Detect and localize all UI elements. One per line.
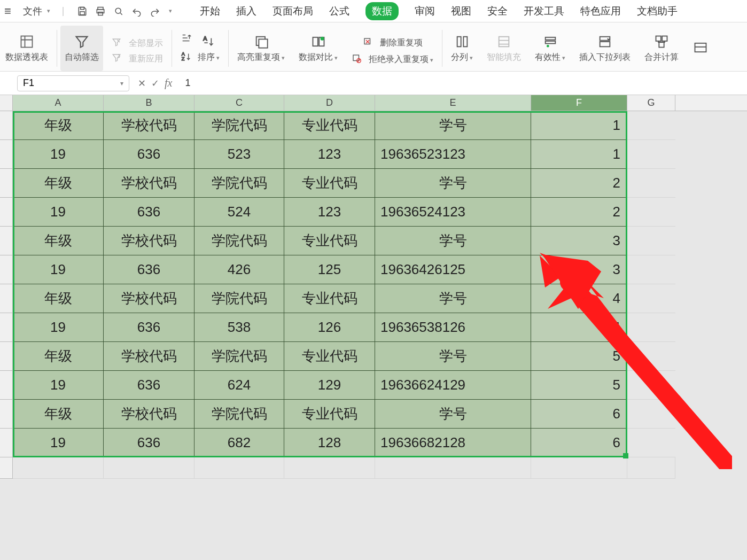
cell[interactable]: 19 bbox=[13, 198, 104, 227]
cell[interactable]: 682 bbox=[194, 429, 284, 457]
cell[interactable]: 年级 bbox=[13, 284, 104, 313]
menu-features[interactable]: 特色应用 bbox=[580, 4, 621, 18]
cell[interactable]: 年级 bbox=[13, 227, 104, 255]
col-head-D[interactable]: D bbox=[284, 95, 375, 111]
cell[interactable]: 1 bbox=[531, 111, 627, 140]
cell[interactable] bbox=[104, 457, 194, 479]
cell[interactable]: 19636538126 bbox=[375, 313, 531, 342]
sort-asc-icon[interactable] bbox=[181, 32, 192, 46]
cell[interactable]: 19 bbox=[13, 313, 104, 342]
cell[interactable]: 3 bbox=[531, 227, 627, 255]
cell[interactable]: 19636524123 bbox=[375, 198, 531, 227]
cell[interactable]: 129 bbox=[284, 371, 375, 400]
cell[interactable] bbox=[284, 457, 375, 479]
cell[interactable] bbox=[627, 227, 675, 255]
cell[interactable]: 538 bbox=[194, 313, 284, 342]
cancel-icon[interactable]: ✕ bbox=[138, 77, 146, 89]
cell[interactable]: 学校代码 bbox=[104, 342, 194, 371]
qat-more-icon[interactable]: ▾ bbox=[169, 7, 172, 14]
cell[interactable]: 学校代码 bbox=[104, 400, 194, 429]
dropdown-button[interactable]: 插入下拉列表 bbox=[574, 26, 636, 71]
cell[interactable]: 636 bbox=[104, 371, 194, 400]
pivot-button[interactable]: 数据透视表 bbox=[0, 26, 53, 71]
menu-formula[interactable]: 公式 bbox=[329, 4, 349, 18]
formula-input[interactable]: 1 bbox=[181, 77, 747, 89]
cell[interactable]: 学号 bbox=[375, 111, 531, 140]
cell[interactable]: 126 bbox=[284, 313, 375, 342]
cell[interactable]: 123 bbox=[284, 198, 375, 227]
row-head[interactable] bbox=[0, 140, 13, 169]
cell[interactable]: 19 bbox=[13, 140, 104, 169]
cell[interactable]: 19636523123 bbox=[375, 140, 531, 169]
cell[interactable]: 年级 bbox=[13, 342, 104, 371]
col-head-E[interactable]: E bbox=[375, 95, 531, 111]
menu-home[interactable]: 开始 bbox=[200, 4, 220, 18]
cell[interactable]: 636 bbox=[104, 429, 194, 457]
row-head[interactable] bbox=[0, 400, 13, 429]
cell[interactable] bbox=[627, 111, 675, 140]
cell[interactable] bbox=[375, 457, 531, 479]
cell[interactable]: 6 bbox=[531, 429, 627, 457]
cell[interactable]: 636 bbox=[104, 140, 194, 169]
reject-dup-button[interactable]: 拒绝录入重复项▾ bbox=[352, 53, 433, 66]
cell[interactable]: 专业代码 bbox=[284, 342, 375, 371]
cell[interactable] bbox=[627, 198, 675, 227]
cell[interactable]: 年级 bbox=[13, 111, 104, 140]
col-head-F[interactable]: F bbox=[531, 95, 627, 111]
cell[interactable] bbox=[627, 429, 675, 457]
row-head[interactable] bbox=[0, 342, 13, 371]
menu-layout[interactable]: 页面布局 bbox=[273, 4, 313, 18]
menu-icon[interactable]: ≡ bbox=[4, 4, 11, 18]
cell[interactable]: 5 bbox=[531, 342, 627, 371]
menu-dev[interactable]: 开发工具 bbox=[524, 4, 564, 18]
row-head[interactable] bbox=[0, 371, 13, 400]
cell[interactable]: 19636682128 bbox=[375, 429, 531, 457]
name-box[interactable]: F1 ▾ bbox=[17, 75, 129, 91]
cell[interactable]: 426 bbox=[194, 255, 284, 284]
cell[interactable]: 2 bbox=[531, 169, 627, 198]
cell[interactable]: 学院代码 bbox=[194, 400, 284, 429]
undo-icon[interactable] bbox=[131, 5, 143, 17]
row-head[interactable] bbox=[0, 169, 13, 198]
cell[interactable] bbox=[627, 313, 675, 342]
sort-button[interactable]: A 排序▾ bbox=[198, 34, 220, 63]
cell[interactable]: 125 bbox=[284, 255, 375, 284]
cell[interactable] bbox=[627, 284, 675, 313]
cell[interactable]: 636 bbox=[104, 255, 194, 284]
cell[interactable]: 学号 bbox=[375, 169, 531, 198]
menu-view[interactable]: 视图 bbox=[451, 4, 471, 18]
cell[interactable]: 1 bbox=[531, 140, 627, 169]
cell[interactable]: 年级 bbox=[13, 400, 104, 429]
cell[interactable]: 19636624129 bbox=[375, 371, 531, 400]
cell[interactable] bbox=[627, 140, 675, 169]
cell[interactable]: 学号 bbox=[375, 400, 531, 429]
cell[interactable] bbox=[627, 169, 675, 198]
split-button[interactable]: 分列▾ bbox=[446, 26, 478, 71]
cell[interactable]: 学院代码 bbox=[194, 342, 284, 371]
cell[interactable]: 3 bbox=[531, 255, 627, 284]
autofilter-button[interactable]: 自动筛选 bbox=[60, 26, 103, 71]
cell[interactable] bbox=[627, 400, 675, 429]
col-head-B[interactable]: B bbox=[104, 95, 194, 111]
row-head[interactable] bbox=[0, 429, 13, 457]
highlight-dup-button[interactable]: 高亮重复项▾ bbox=[232, 26, 290, 71]
cell[interactable] bbox=[627, 342, 675, 371]
cell[interactable]: 123 bbox=[284, 140, 375, 169]
cell[interactable]: 学号 bbox=[375, 342, 531, 371]
row-head[interactable] bbox=[0, 111, 13, 140]
menu-security[interactable]: 安全 bbox=[487, 4, 508, 18]
cell[interactable]: 19 bbox=[13, 371, 104, 400]
cell[interactable]: 19 bbox=[13, 255, 104, 284]
redo-icon[interactable] bbox=[149, 5, 161, 17]
more-button[interactable] bbox=[687, 26, 709, 71]
cell[interactable]: 524 bbox=[194, 198, 284, 227]
row-head[interactable] bbox=[0, 255, 13, 284]
sort-custom-icon[interactable]: AZ bbox=[181, 51, 192, 65]
cell[interactable]: 专业代码 bbox=[284, 284, 375, 313]
cell[interactable] bbox=[13, 457, 104, 479]
confirm-icon[interactable]: ✓ bbox=[151, 77, 159, 89]
print-icon[interactable] bbox=[95, 5, 106, 17]
cell[interactable]: 学院代码 bbox=[194, 284, 284, 313]
cell[interactable]: 5 bbox=[531, 371, 627, 400]
menu-insert[interactable]: 插入 bbox=[236, 4, 256, 18]
